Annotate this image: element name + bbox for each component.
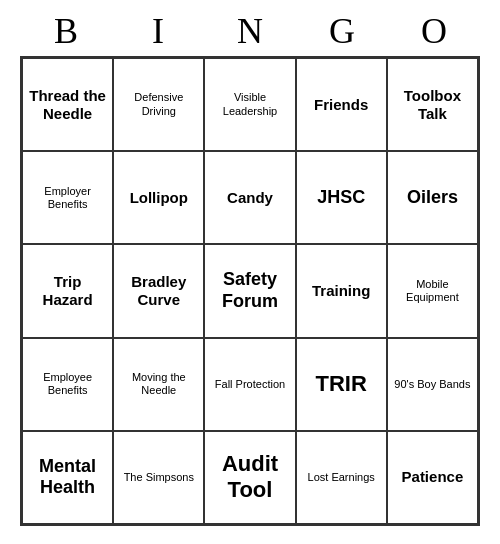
bingo-cell-5: Employer Benefits [22,151,113,244]
bingo-cell-2: Visible Leadership [204,58,295,151]
bingo-cell-6: Lollipop [113,151,204,244]
bingo-cell-14: Mobile Equipment [387,244,478,337]
bingo-cell-15: Employee Benefits [22,338,113,431]
bingo-cell-19: 90's Boy Bands [387,338,478,431]
letter-n: N [204,10,296,52]
bingo-cell-17: Fall Protection [204,338,295,431]
bingo-header: B I N G O [20,10,480,52]
bingo-cell-12: Safety Forum [204,244,295,337]
bingo-cell-16: Moving the Needle [113,338,204,431]
bingo-cell-3: Friends [296,58,387,151]
bingo-cell-0: Thread the Needle [22,58,113,151]
letter-b: B [20,10,112,52]
bingo-cell-21: The Simpsons [113,431,204,524]
bingo-cell-9: Oilers [387,151,478,244]
bingo-cell-4: Toolbox Talk [387,58,478,151]
bingo-cell-10: Trip Hazard [22,244,113,337]
bingo-cell-24: Patience [387,431,478,524]
bingo-cell-1: Defensive Driving [113,58,204,151]
letter-o: O [388,10,480,52]
bingo-cell-20: Mental Health [22,431,113,524]
bingo-cell-13: Training [296,244,387,337]
letter-i: I [112,10,204,52]
bingo-cell-22: Audit Tool [204,431,295,524]
letter-g: G [296,10,388,52]
bingo-cell-11: Bradley Curve [113,244,204,337]
bingo-grid: Thread the NeedleDefensive DrivingVisibl… [20,56,480,526]
bingo-cell-7: Candy [204,151,295,244]
bingo-cell-8: JHSC [296,151,387,244]
bingo-cell-18: TRIR [296,338,387,431]
bingo-cell-23: Lost Earnings [296,431,387,524]
